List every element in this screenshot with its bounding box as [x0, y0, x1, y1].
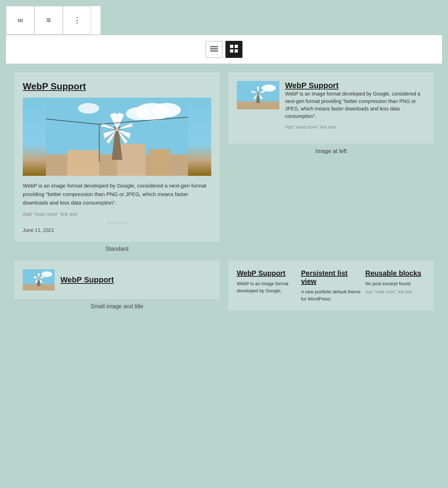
small-image-title-title[interactable]: WebP Support	[60, 275, 114, 284]
standard-post-excerpt: WebP is an image format developed by Goo…	[23, 181, 211, 207]
svg-rect-6	[235, 49, 238, 53]
svg-rect-3	[230, 45, 233, 48]
svg-point-11	[78, 103, 99, 114]
standard-post-image	[23, 98, 211, 176]
standard-post-title[interactable]: WebP Support	[23, 81, 211, 92]
multi-col-2: Persistent list view A new portfolio def…	[301, 269, 361, 302]
standard-read-more[interactable]: Add "read more" link text	[23, 211, 211, 217]
multi-col-3: Reusable blocks No post excerpt found Ad…	[365, 269, 425, 302]
svg-rect-14	[149, 149, 170, 176]
image-at-left-excerpt: WebP is an image format developed by Goo…	[285, 90, 425, 120]
infinity-icon: ∞	[17, 16, 23, 25]
multi-col-1: WebP Support WebP is an image format dev…	[237, 269, 297, 302]
multi-col-3-title[interactable]: Reusable blocks	[365, 269, 425, 277]
list-icon	[210, 45, 218, 54]
toolbar-btn-3[interactable]: ⋮	[63, 6, 91, 34]
toolbar: ∞ ≡ ⋮	[6, 6, 101, 35]
standard-post-card: WebP Support	[14, 72, 220, 252]
svg-rect-4	[235, 45, 238, 48]
multi-col-card: WebP Support WebP is an image format dev…	[228, 261, 434, 311]
more-icon: ⋮	[73, 16, 81, 25]
svg-point-9	[153, 103, 181, 117]
multi-col-2-title[interactable]: Persistent list view	[301, 269, 361, 286]
multi-col-3-read-more[interactable]: Add "read more" link text	[365, 289, 425, 294]
svg-point-10	[126, 107, 151, 120]
multi-col-3-excerpt: No post excerpt found	[365, 280, 425, 287]
toolbar-btn-2[interactable]: ≡	[34, 6, 63, 34]
image-at-left-label: Image at left	[228, 148, 434, 154]
multi-col-columns: WebP Support WebP is an image format dev…	[237, 269, 425, 302]
posts-grid: WebP Support	[14, 72, 434, 311]
grid-icon	[230, 45, 238, 54]
svg-rect-2	[210, 50, 218, 51]
small-post-image	[23, 269, 55, 291]
view-toggle-bar	[6, 35, 442, 64]
svg-rect-0	[210, 46, 218, 47]
list-view-button[interactable]	[206, 41, 223, 58]
main-content: WebP Support	[6, 64, 442, 319]
small-image-title-card: WebP Support Small image and title	[14, 261, 220, 311]
small-image-title-label: Small image and title	[14, 303, 220, 310]
windmill-image-standard	[23, 98, 211, 176]
image-at-left-text: WebP Support WebP is an image format dev…	[285, 81, 425, 135]
multi-col-2-excerpt: A new portfolio default theme for WordPr…	[301, 288, 361, 302]
image-at-left-card-inner: WebP Support WebP is an image format dev…	[228, 72, 434, 144]
small-image-title-card-inner: WebP Support	[14, 261, 220, 299]
standard-post-card-inner: WebP Support	[14, 72, 220, 242]
grid-view-button[interactable]	[225, 41, 242, 58]
small-image-title-content: WebP Support	[23, 269, 211, 291]
toolbar-btn-1[interactable]: ∞	[6, 6, 34, 34]
image-at-left-card: WebP Support WebP is an image format dev…	[228, 72, 434, 252]
standard-card-label: Standard	[14, 246, 220, 252]
image-at-left-title[interactable]: WebP Support	[285, 81, 425, 90]
svg-rect-15	[67, 150, 99, 176]
standard-post-date: June 11, 2021	[23, 227, 211, 233]
multi-col-card-inner: WebP Support WebP is an image format dev…	[228, 261, 434, 311]
image-at-left-post-image	[237, 81, 279, 109]
image-at-left-read-more[interactable]: Add "read more" link text	[285, 124, 425, 130]
svg-rect-1	[210, 48, 218, 49]
multi-col-1-title[interactable]: WebP Support	[237, 269, 297, 277]
post-divider	[106, 223, 128, 223]
svg-rect-5	[230, 49, 233, 53]
menu-icon: ≡	[47, 16, 51, 25]
multi-col-1-excerpt: WebP is an image format developed by Goo…	[237, 280, 297, 294]
image-at-left-card-content: WebP Support WebP is an image format dev…	[237, 81, 425, 135]
